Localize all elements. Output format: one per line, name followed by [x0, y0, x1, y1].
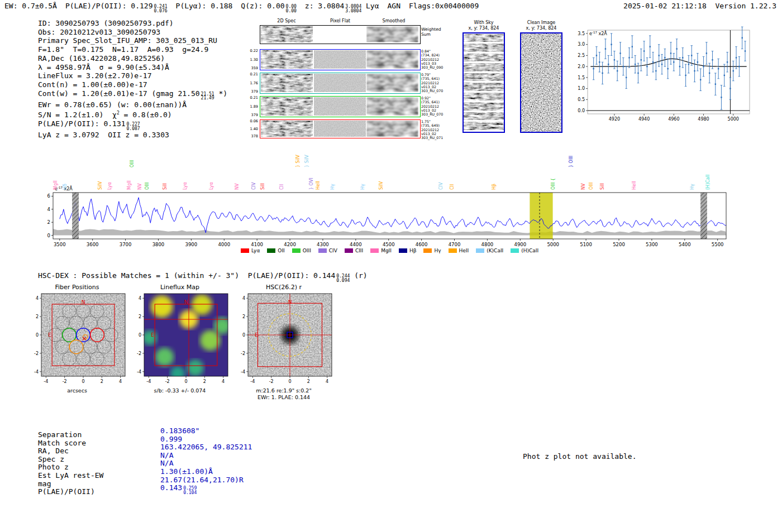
spec2d-row-annotation: WeightedSum [421, 27, 451, 37]
line-fit-zoom-plot: 0.00.51.01.52.02.53.03.54920494049604980… [569, 22, 753, 130]
svg-text:-2: -2 [165, 379, 170, 384]
fiber-xlabel: arcsecs [26, 387, 128, 394]
legend-item: CIV [318, 248, 337, 253]
svg-text:3600: 3600 [87, 242, 99, 247]
withsky-title: With Sky [462, 20, 505, 26]
hsc-xlabel-2: EWr: 1. PLAE: 0.144 [232, 394, 335, 401]
lineflux-xlabel: s/b: -0.33 +/- 0.074 [128, 387, 231, 394]
svg-text:0.0: 0.0 [578, 108, 585, 113]
legend-label: Hγ [434, 248, 441, 253]
spec2d-row-stats: 0.211.76379 [244, 73, 258, 94]
svg-text:HeII: HeII [316, 181, 321, 190]
stacked-uncertainty: 0.2590.104 [183, 486, 197, 495]
svg-text:MgII: MgII [127, 180, 132, 190]
spec2d-col-2dspec: 2D Spec [260, 18, 313, 23]
lineflux-map-figure: NE-4-2024-4-2024 [128, 291, 231, 387]
lineflux-map-title: Lineflux Map [128, 284, 231, 291]
match-row-value: 0.183608" [160, 427, 252, 435]
spectrum-legend: LyαOIIOIIICIVCIIIMgIIHβHγHeII(K)CaII(H)C… [53, 248, 726, 253]
svg-text:SiII: SiII [260, 183, 265, 190]
svg-text:5000: 5000 [728, 117, 739, 122]
info-line: Cont(w) = 1.20(±0.01)e-17 (gmag 21.5021.… [38, 89, 227, 100]
svg-text:-4: -4 [34, 370, 39, 375]
legend-swatch [292, 248, 301, 253]
match-row-label: Est LyA rest-EW [38, 472, 160, 480]
svg-text:0.5: 0.5 [578, 97, 585, 102]
cleanimage-header: Clean Image x, y: 734, 824 [520, 20, 562, 31]
svg-text:} SiIV: } SiIV [304, 155, 309, 167]
svg-text:-2: -2 [63, 379, 67, 384]
info-line: Primary Spec_Slot_IFU_AMP: 303_025_013_R… [38, 36, 227, 45]
svg-text:4300: 4300 [317, 242, 329, 247]
svg-text:OIII: OIII [130, 160, 135, 167]
info-line: S/N = 1.2(±1.0) χ2 = 0.8(±0.0) [38, 109, 227, 119]
svg-text:-4: -4 [44, 379, 48, 384]
legend-label: OII [278, 248, 284, 253]
detection-info-block: ID: 3090250793 (3090250793.pdf)Obs: 2021… [38, 19, 227, 140]
svg-text:0: 0 [36, 333, 39, 338]
svg-text:2.0: 2.0 [578, 64, 585, 69]
spec2d-row-stats: 0.221.30359 [244, 49, 258, 70]
legend-swatch [318, 248, 327, 253]
spec2d-row-stats: 0.211.89379 [244, 96, 258, 117]
hsc-xlabel-1: m:21.6 re:1.9" s:0.2" [232, 387, 335, 394]
photz-note: Phot z plot not available. [523, 452, 637, 461]
svg-text:4: 4 [242, 296, 245, 301]
match-row-label: mag [38, 480, 160, 488]
spec2d-cell-pixelflat [314, 97, 366, 116]
spec2d-col-smoothed: Smoothed [367, 18, 421, 23]
svg-text:2: 2 [36, 314, 39, 319]
withsky-image [464, 33, 504, 132]
svg-text:4700: 4700 [449, 242, 461, 247]
cleanimage-image-box [520, 32, 562, 133]
svg-text:0: 0 [184, 379, 187, 384]
svg-text:Lyα: Lyα [183, 182, 188, 190]
svg-text:0: 0 [47, 233, 50, 238]
svg-text:4960: 4960 [668, 117, 679, 122]
svg-text:2: 2 [203, 379, 206, 384]
header-stat: P(LAE)/P(OII): 0.1290.2410.076 [65, 2, 168, 13]
spec2d-row-annotation: 0.84"(734, 824)20210212v013_03303_RU_090 [421, 49, 451, 69]
match-row-value: 0.999 [160, 435, 252, 444]
svg-text:Hγ: Hγ [360, 184, 365, 190]
legend-label: (H)CaII [521, 248, 538, 253]
spec2d-cell-2dspec [261, 26, 313, 42]
info-line: F=1.8" T=0.175 N=1.17 A=0.93 g=24.9 [38, 45, 227, 54]
svg-text:Hβ: Hβ [492, 184, 497, 190]
svg-text:-4: -4 [146, 379, 151, 384]
svg-text:6: 6 [47, 193, 50, 199]
svg-text:e-17 x2Å: e-17 x2Å [589, 30, 607, 36]
svg-text:-2: -2 [34, 351, 39, 356]
svg-text:4900: 4900 [514, 242, 526, 247]
spec2d-cell-smoothed [366, 97, 418, 116]
legend-swatch [267, 248, 275, 253]
legend-item: Lyα [241, 248, 260, 253]
svg-text:-2: -2 [269, 379, 274, 384]
hsc-cutout-panel: HSC(26.2) r NE-4-2024-4-2024 m:21.6 re:1… [232, 284, 335, 401]
legend-label: (K)CaII [487, 248, 503, 253]
svg-text:-4: -4 [241, 370, 245, 375]
timestamp-version: 2025-01-02 21:12:18 Version 1.22.3 [623, 2, 776, 11]
match-row-label: Photo z [38, 463, 160, 472]
cleanimage-title: Clean Image [520, 20, 562, 26]
spec2d-row-annotation: 1.75"(735, 649)20210212v013_02303_RU_071 [421, 119, 451, 140]
info-line: EWr = 0.78(±0.65) (w: 0.00(±nan))Å [38, 100, 227, 109]
svg-text:2.5: 2.5 [578, 53, 585, 58]
svg-text:2: 2 [101, 379, 103, 384]
svg-text:2: 2 [242, 314, 245, 319]
svg-text:4: 4 [47, 207, 50, 212]
stacked-uncertainty: 0.000.00 [286, 4, 297, 13]
spec2d-cell-2dspec [261, 97, 313, 116]
svg-text:OIII: OIII [145, 183, 150, 190]
legend-item: OII [267, 248, 284, 253]
svg-text:SiIV: SiIV [98, 181, 103, 190]
info-line: RA,Dec (163.422028,49.825256) [38, 54, 227, 63]
legend-label: Hβ [409, 248, 417, 253]
svg-text:0: 0 [288, 379, 291, 384]
svg-text:HeII: HeII [632, 181, 637, 190]
svg-text:MgII: MgII [53, 180, 58, 190]
svg-text:-2: -2 [137, 351, 141, 356]
header-stats-row: EW: 0.7±0.5ÅP(LAE)/P(OII): 0.1290.2410.0… [4, 2, 479, 13]
svg-text:1.0: 1.0 [578, 86, 585, 91]
match-row-label: P(LAE)/P(OII) [38, 488, 160, 499]
